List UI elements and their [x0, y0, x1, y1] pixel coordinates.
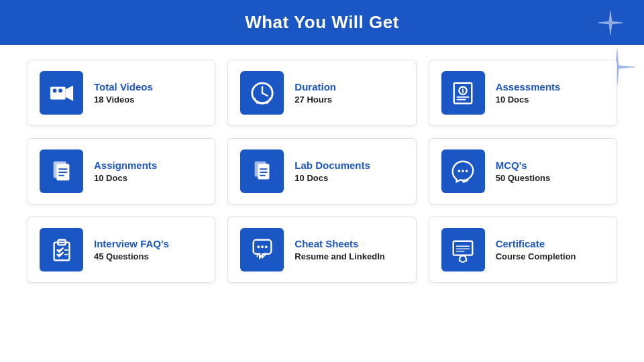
card-text-assessments: Assessments 10 Docs: [496, 81, 561, 105]
card-title-certificate: Certificate: [496, 238, 576, 249]
assessment-icon: [441, 71, 485, 115]
card-interview-faqs: Interview FAQ's 45 Questions: [27, 217, 215, 283]
svg-point-28: [261, 245, 264, 248]
svg-point-21: [462, 170, 464, 172]
svg-rect-30: [453, 241, 473, 255]
card-text-certificate: Certificate Course Completion: [496, 238, 576, 261]
card-title-duration: Duration: [294, 81, 336, 93]
certificate-icon: [441, 228, 485, 272]
card-subtitle-cheat-sheets: Resume and LinkedIn: [294, 251, 384, 261]
card-assignments: Assignments 10 Docs: [27, 138, 215, 204]
card-subtitle-mcqs: 50 Questions: [496, 173, 551, 183]
svg-point-2: [52, 88, 56, 93]
header: What You Will Get: [0, 0, 644, 45]
lab-icon: [240, 149, 284, 193]
card-title-assessments: Assessments: [496, 81, 561, 93]
card-subtitle-assessments: 10 Docs: [496, 95, 561, 105]
card-subtitle-assignments: 10 Docs: [94, 173, 157, 183]
card-title-mcqs: MCQ's: [496, 160, 551, 171]
card-title-assignments: Assignments: [94, 160, 157, 171]
card-text-assignments: Assignments 10 Docs: [94, 160, 157, 183]
svg-point-22: [466, 170, 468, 172]
svg-marker-1: [65, 85, 72, 101]
svg-point-34: [460, 255, 466, 262]
svg-point-27: [257, 245, 260, 248]
document-icon: [40, 149, 83, 193]
card-text-lab-documents: Lab Documents 10 Docs: [294, 160, 370, 183]
card-subtitle-lab-documents: 10 Docs: [294, 173, 370, 183]
card-text-mcqs: MCQ's 50 Questions: [496, 160, 551, 183]
card-title-cheat-sheets: Cheat Sheets: [294, 238, 384, 249]
svg-rect-0: [50, 86, 65, 99]
card-title-lab-documents: Lab Documents: [294, 160, 370, 171]
card-title-interview-faqs: Interview FAQ's: [94, 238, 169, 249]
cards-grid: Total Videos 18 Videos Duration 27 Hours…: [0, 45, 644, 298]
card-assessments: Assessments 10 Docs: [429, 60, 617, 126]
card-lab-documents: Lab Documents 10 Docs: [227, 138, 416, 204]
card-text-duration: Duration 27 Hours: [294, 81, 336, 105]
svg-point-7: [462, 92, 464, 93]
chat-icon: [240, 228, 284, 272]
card-certificate: Certificate Course Completion: [429, 217, 617, 283]
card-mcqs: MCQ's 50 Questions: [429, 138, 617, 204]
card-subtitle-certificate: Course Completion: [496, 251, 576, 261]
svg-point-3: [58, 88, 62, 93]
card-subtitle-total-videos: 18 Videos: [94, 95, 153, 105]
card-duration: Duration 27 Hours: [227, 60, 416, 126]
clock-icon: [240, 71, 284, 115]
card-title-total-videos: Total Videos: [94, 81, 153, 93]
card-text-cheat-sheets: Cheat Sheets Resume and LinkedIn: [294, 238, 384, 261]
sparkle-icon: [597, 9, 624, 36]
svg-point-29: [265, 245, 268, 248]
card-cheat-sheets: Cheat Sheets Resume and LinkedIn: [227, 217, 416, 283]
svg-point-20: [458, 170, 461, 172]
page-title: What You Will Get: [0, 12, 644, 33]
card-subtitle-duration: 27 Hours: [294, 95, 336, 105]
clipboard-icon: [40, 228, 83, 272]
page-wrapper: What You Will Get Total Videos 18 Videos: [0, 0, 644, 362]
card-text-interview-faqs: Interview FAQ's 45 Questions: [94, 238, 169, 261]
card-total-videos: Total Videos 18 Videos: [27, 60, 215, 126]
card-subtitle-interview-faqs: 45 Questions: [94, 251, 169, 261]
mcq-icon: [441, 149, 485, 193]
video-icon: [40, 71, 83, 115]
card-text-total-videos: Total Videos 18 Videos: [94, 81, 153, 105]
